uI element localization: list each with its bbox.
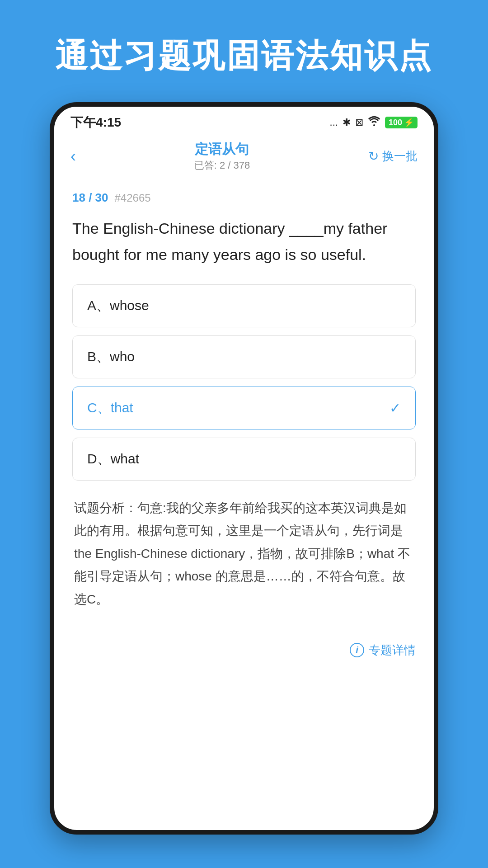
nav-center: 定语从句 已答: 2 / 378 bbox=[194, 140, 250, 172]
check-icon: ✓ bbox=[389, 400, 401, 416]
question-id: #42665 bbox=[115, 192, 151, 204]
status-bar: 下午4:15 ... ✱ ⊠ 100 ⚡ bbox=[54, 107, 434, 136]
page-title: 通过习题巩固语法知识点 bbox=[55, 36, 433, 75]
nav-subtitle: 已答: 2 / 378 bbox=[194, 159, 250, 172]
option-d[interactable]: D、what bbox=[72, 438, 416, 481]
phone-frame: 下午4:15 ... ✱ ⊠ 100 ⚡ ‹ 定语从句 已答: 2 / 378 … bbox=[50, 102, 438, 835]
topic-detail-button[interactable]: i 专题详情 bbox=[350, 642, 416, 658]
option-b-label: B、who bbox=[87, 348, 135, 366]
refresh-button[interactable]: ↻ 换一批 bbox=[368, 148, 418, 164]
status-icons: ... ✱ ⊠ 100 ⚡ bbox=[330, 116, 418, 129]
question-meta: 18 / 30 #42665 bbox=[72, 191, 416, 205]
top-nav: ‹ 定语从句 已答: 2 / 378 ↻ 换一批 bbox=[54, 136, 434, 177]
back-button[interactable]: ‹ bbox=[70, 147, 76, 166]
option-b[interactable]: B、who bbox=[72, 335, 416, 378]
nav-title: 定语从句 bbox=[194, 140, 250, 159]
refresh-label: 换一批 bbox=[382, 148, 418, 164]
status-time: 下午4:15 bbox=[70, 114, 121, 131]
battery-icon: 100 ⚡ bbox=[385, 117, 418, 128]
analysis-section: 试题分析：句意:我的父亲多年前给我买的这本英汉词典是如此的有用。根据句意可知，这… bbox=[72, 497, 416, 611]
option-a[interactable]: A、whose bbox=[72, 284, 416, 327]
dots-icon: ... bbox=[330, 117, 338, 128]
bluetooth-icon: ✱ bbox=[343, 117, 351, 128]
info-icon: i bbox=[350, 643, 364, 657]
analysis-text: 句意:我的父亲多年前给我买的这本英汉词典是如此的有用。根据句意可知，这里是一个定… bbox=[74, 501, 410, 606]
question-progress: 18 / 30 bbox=[72, 191, 108, 205]
analysis-label: 试题分析： bbox=[74, 501, 137, 515]
topic-detail-label: 专题详情 bbox=[369, 642, 416, 658]
content-area: 18 / 30 #42665 The English-Chinese dicti… bbox=[54, 177, 434, 638]
question-text: The English-Chinese dictionary ____my fa… bbox=[72, 216, 416, 268]
option-a-label: A、whose bbox=[87, 297, 149, 315]
refresh-icon: ↻ bbox=[368, 149, 379, 164]
option-c-label: C、that bbox=[87, 399, 133, 417]
option-d-label: D、what bbox=[87, 450, 139, 468]
footer: i 专题详情 bbox=[54, 638, 434, 672]
message-icon: ⊠ bbox=[355, 117, 363, 128]
option-c[interactable]: C、that ✓ bbox=[72, 387, 416, 429]
options-list: A、whose B、who C、that ✓ D、what bbox=[72, 284, 416, 481]
wifi-icon bbox=[368, 116, 380, 129]
